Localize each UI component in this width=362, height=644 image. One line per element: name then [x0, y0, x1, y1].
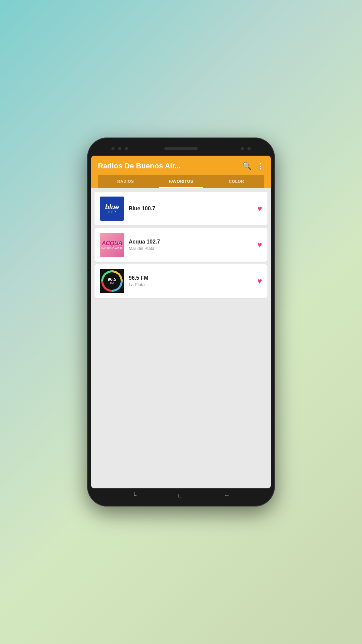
header-icons: 🔍 ⋮ — [242, 162, 264, 170]
station-info-blue: Blue 100.7 — [129, 206, 257, 212]
tab-favoritos[interactable]: FAVORITOS — [153, 175, 208, 188]
phone-top-bar — [91, 142, 271, 156]
tab-color[interactable]: COLOR — [209, 175, 264, 188]
station-logo-acqua: ACQUA MAR DEL PLATA 10 — [100, 233, 124, 257]
more-menu-icon[interactable]: ⋮ — [257, 162, 264, 170]
phone-speaker — [164, 147, 198, 150]
logo-965-container: 96.5 FM — [100, 269, 124, 293]
logo-965-ring: 96.5 FM — [101, 270, 123, 292]
favorite-heart-965[interactable]: ♥ — [257, 276, 262, 286]
station-location-965: La Plata — [129, 282, 257, 287]
favorite-heart-acqua[interactable]: ♥ — [257, 240, 262, 250]
dot-center — [118, 147, 121, 150]
search-icon[interactable]: 🔍 — [242, 162, 251, 170]
logo-965-center: 96.5 FM — [103, 272, 121, 290]
camera-left — [111, 147, 128, 150]
station-logo-965: 96.5 FM — [100, 269, 124, 293]
camera-right — [241, 147, 251, 150]
station-location-acqua: Mar del Plata — [129, 246, 257, 251]
blue-logo-bg: blue 100.7 — [100, 197, 124, 221]
station-logo-blue: blue 100.7 — [100, 197, 124, 221]
app-title: Radios De Buenos Air... — [98, 162, 205, 170]
sensor-dot — [247, 147, 251, 150]
favorite-heart-blue[interactable]: ♥ — [257, 204, 262, 213]
app-header-top: Radios De Buenos Air... 🔍 ⋮ — [98, 162, 264, 175]
dot-right — [125, 147, 128, 150]
home-icon[interactable]: □ — [178, 492, 182, 499]
station-info-acqua: Acqua 102.7 Mar del Plata — [129, 239, 257, 251]
station-card-965[interactable]: 96.5 FM 96.5 FM La Plata ♥ — [95, 264, 267, 298]
station-card-blue[interactable]: blue 100.7 Blue 100.7 ♥ — [95, 192, 267, 225]
favorites-list: blue 100.7 Blue 100.7 ♥ ACQUA MAR DEL PL… — [91, 188, 271, 488]
station-name-blue: Blue 100.7 — [129, 206, 257, 212]
recent-apps-icon[interactable]: └ — [132, 492, 136, 499]
back-icon[interactable]: ← — [224, 492, 230, 499]
station-card-acqua[interactable]: ACQUA MAR DEL PLATA 10 Acqua 102.7 Mar d… — [95, 228, 267, 262]
station-info-965: 96.5 FM La Plata — [129, 275, 257, 287]
acqua-logo-bg: ACQUA MAR DEL PLATA 10 — [100, 233, 124, 257]
station-name-965: 96.5 FM — [129, 275, 257, 281]
tab-radios[interactable]: RADIOS — [98, 175, 153, 188]
phone-screen: Radios De Buenos Air... 🔍 ⋮ RADIOS FAVOR… — [91, 156, 271, 488]
tabs-bar: RADIOS FAVORITOS COLOR — [98, 175, 264, 188]
phone-shell: Radios De Buenos Air... 🔍 ⋮ RADIOS FAVOR… — [87, 138, 275, 506]
dot-left — [111, 147, 115, 150]
phone-bottom-bar: └ □ ← — [91, 488, 271, 502]
station-name-acqua: Acqua 102.7 — [129, 239, 257, 245]
camera-dot — [241, 147, 244, 150]
app-header: Radios De Buenos Air... 🔍 ⋮ RADIOS FAVOR… — [91, 156, 271, 188]
